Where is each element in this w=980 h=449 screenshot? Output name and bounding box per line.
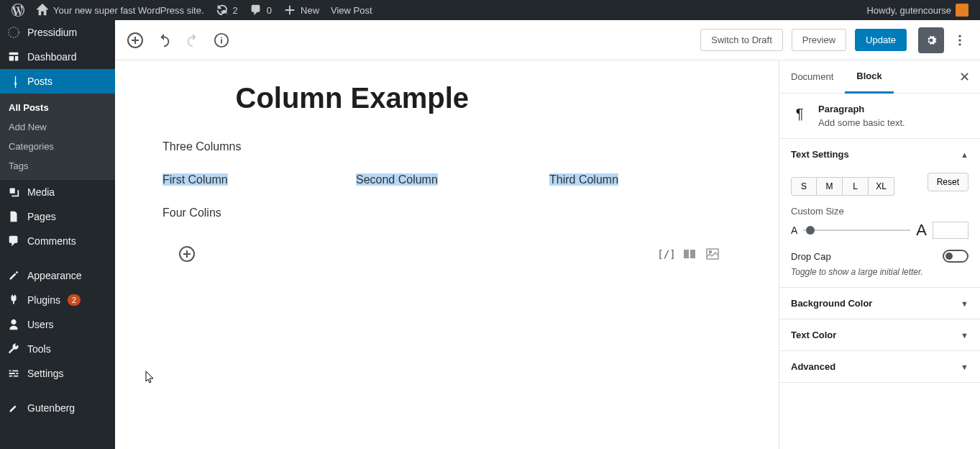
submenu-tags[interactable]: Tags: [0, 156, 115, 176]
block-info-section: ¶ Paragraph Add some basic text.: [779, 94, 980, 139]
redo-button[interactable]: [180, 27, 206, 53]
brush-icon: [7, 269, 20, 282]
undo-icon: [156, 32, 172, 48]
site-link[interactable]: Your new super fast WordPress site.: [30, 0, 210, 20]
column-2[interactable]: Second Column: [356, 173, 538, 186]
updates-link[interactable]: 2: [210, 0, 244, 20]
chevron-down-icon: ▼: [961, 299, 968, 308]
sidebar-item-dashboard[interactable]: Dashboard: [0, 45, 115, 69]
close-panel-button[interactable]: ✕: [949, 69, 980, 85]
view-post-link[interactable]: View Post: [325, 0, 378, 20]
pressidium-icon: [7, 26, 20, 39]
comment-bubble-icon: [249, 4, 262, 17]
tab-document[interactable]: Document: [779, 61, 845, 92]
media-icon: [7, 186, 20, 199]
wp-logo[interactable]: [6, 0, 30, 20]
admin-bar: Your new super fast WordPress site. 2 0 …: [0, 0, 980, 20]
column-1[interactable]: First Column: [162, 173, 344, 186]
plus-circle-icon: [127, 32, 144, 49]
paragraph-four-colins[interactable]: Four Colins: [162, 207, 731, 219]
svg-point-3: [958, 35, 961, 37]
columns-block-three[interactable]: First Column Second Column Third Column: [162, 173, 731, 186]
columns-suggestion[interactable]: [681, 245, 698, 263]
size-s[interactable]: S: [791, 177, 817, 196]
custom-size-label: Custom Size: [791, 206, 968, 217]
gear-icon: [924, 33, 938, 47]
wordpress-icon: [12, 4, 24, 17]
new-link[interactable]: New: [278, 0, 325, 20]
info-icon: [214, 32, 229, 48]
background-color-section[interactable]: Background Color ▼: [779, 288, 980, 319]
reset-button[interactable]: Reset: [928, 173, 968, 191]
block-add-button[interactable]: [178, 245, 196, 263]
sidebar-item-gutenberg[interactable]: Gutenberg: [0, 396, 115, 420]
site-name: Your new super fast WordPress site.: [53, 5, 204, 16]
sidebar-item-pages[interactable]: Pages: [0, 204, 115, 229]
sidebar-item-users[interactable]: Users: [0, 312, 115, 337]
settings-panel: Document Block ✕ ¶ Paragraph Add some ba…: [779, 60, 980, 449]
image-suggestion[interactable]: [704, 245, 721, 263]
advanced-section[interactable]: Advanced ▼: [779, 351, 980, 383]
more-vertical-icon: [953, 33, 967, 47]
block-appender-toolbar: [/]: [162, 240, 731, 268]
size-l[interactable]: L: [843, 177, 869, 196]
sidebar-item-settings[interactable]: Settings: [0, 361, 115, 386]
size-m[interactable]: M: [817, 177, 843, 196]
chevron-up-icon: ▲: [961, 150, 968, 159]
submenu-add-new[interactable]: Add New: [0, 117, 115, 137]
custom-size-input[interactable]: [933, 222, 968, 239]
sidebar-item-tools[interactable]: Tools: [0, 337, 115, 361]
drop-cap-toggle[interactable]: [943, 250, 968, 263]
paragraph-three-columns[interactable]: Three Columns: [162, 140, 731, 153]
drop-cap-label: Drop Cap: [791, 251, 831, 262]
switch-draft-button[interactable]: Switch to Draft: [700, 29, 783, 51]
custom-size-slider[interactable]: [803, 230, 910, 231]
posts-submenu: All Posts Add New Categories Tags: [0, 94, 115, 180]
text-settings-toggle[interactable]: Text Settings ▲: [791, 149, 968, 160]
gutenberg-icon: [7, 402, 20, 414]
svg-point-10: [710, 251, 712, 253]
a-big-icon: A: [916, 221, 927, 240]
plugin-icon: [7, 294, 20, 307]
sidebar-item-posts[interactable]: Posts: [0, 69, 115, 94]
dashboard-icon: [7, 50, 20, 63]
shortcode-suggestion[interactable]: [/]: [658, 245, 675, 263]
plus-icon: [283, 4, 296, 17]
comments-icon: [7, 235, 20, 248]
info-button[interactable]: [209, 27, 234, 53]
comments-link[interactable]: 0: [244, 0, 278, 20]
paragraph-icon: ¶: [791, 105, 808, 122]
add-block-button[interactable]: [122, 27, 148, 53]
sidebar-item-appearance[interactable]: Appearance: [0, 263, 115, 288]
post-title[interactable]: Column Example: [196, 82, 699, 114]
settings-button[interactable]: [918, 27, 944, 53]
pin-icon: [7, 75, 20, 88]
svg-point-4: [958, 39, 961, 41]
howdy-link[interactable]: Howdy, gutencourse: [861, 0, 974, 20]
sidebar-item-comments[interactable]: Comments: [0, 229, 115, 253]
redo-icon: [185, 32, 201, 48]
submenu-categories[interactable]: Categories: [0, 137, 115, 156]
update-button[interactable]: Update: [855, 29, 907, 51]
tab-block[interactable]: Block: [845, 60, 893, 94]
block-name: Paragraph: [818, 104, 905, 114]
page-icon: [7, 210, 20, 223]
undo-button[interactable]: [151, 27, 177, 53]
text-color-section[interactable]: Text Color ▼: [779, 319, 980, 351]
editor-canvas[interactable]: Column Example Three Columns First Colum…: [115, 60, 779, 449]
chevron-down-icon: ▼: [961, 363, 968, 371]
svg-rect-7: [684, 250, 689, 258]
size-xl[interactable]: XL: [869, 177, 894, 196]
sidebar-item-pressidium[interactable]: Pressidium: [0, 20, 115, 45]
avatar: [956, 4, 968, 17]
sidebar-item-media[interactable]: Media: [0, 180, 115, 204]
preview-button[interactable]: Preview: [792, 29, 846, 51]
sidebar-item-plugins[interactable]: Plugins 2: [0, 288, 115, 312]
submenu-all-posts[interactable]: All Posts: [0, 98, 115, 117]
block-description: Add some basic text.: [818, 117, 905, 128]
plugins-badge: 2: [68, 294, 81, 306]
chevron-down-icon: ▼: [961, 331, 968, 340]
more-button[interactable]: [947, 27, 973, 53]
image-icon: [705, 247, 720, 261]
column-3[interactable]: Third Column: [549, 173, 731, 186]
